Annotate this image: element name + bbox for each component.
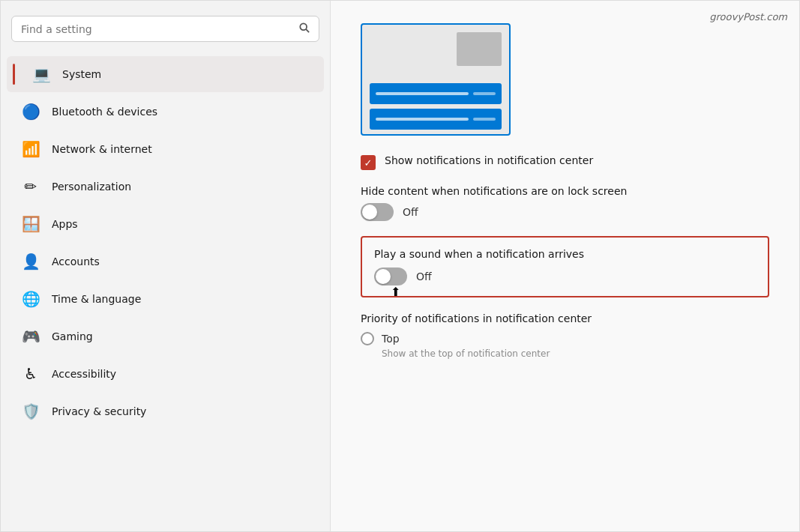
priority-sub-text: Show at the top of notification center	[382, 348, 769, 359]
preview-bar-1	[370, 83, 502, 104]
sound-toggle-label: Off	[416, 270, 432, 282]
sidebar-label-time: Time & language	[52, 293, 141, 305]
sidebar-label-apps: Apps	[52, 218, 78, 230]
sound-toggle-knob	[376, 269, 391, 284]
sidebar-label-privacy: Privacy & security	[52, 405, 146, 417]
sidebar-item-bluetooth[interactable]: 🔵 Bluetooth & devices	[7, 94, 324, 130]
show-notifications-checkbox[interactable]: ✓	[361, 155, 376, 170]
search-box[interactable]	[11, 16, 319, 42]
hide-content-label: Hide content when notifications are on l…	[361, 185, 769, 197]
sidebar: 💻 System 🔵 Bluetooth & devices 📶 Network…	[1, 1, 331, 531]
bluetooth-icon: 🔵	[20, 101, 41, 122]
svg-line-1	[306, 29, 309, 32]
sidebar-item-accounts[interactable]: 👤 Accounts	[7, 244, 324, 279]
privacy-icon: 🛡️	[20, 401, 41, 422]
main-content: groovyPost.com ✓ Show notifications in n…	[331, 1, 799, 531]
sidebar-item-accessibility[interactable]: ♿ Accessibility	[7, 356, 324, 392]
sidebar-item-personalization[interactable]: ✏️ Personalization	[7, 169, 324, 205]
cursor-indicator: ⬆	[391, 285, 400, 299]
sound-toggle-row: ⬆ Off	[374, 267, 756, 285]
search-icon	[299, 22, 310, 35]
notification-preview	[361, 23, 511, 136]
sidebar-item-apps[interactable]: 🪟 Apps	[7, 206, 324, 242]
accounts-icon: 👤	[20, 251, 41, 272]
preview-gray-box	[457, 32, 502, 66]
system-icon: 💻	[31, 64, 52, 85]
priority-section: Priority of notifications in notificatio…	[361, 312, 769, 359]
sound-notification-label: Play a sound when a notification arrives	[374, 248, 756, 260]
accessibility-icon: ♿	[20, 363, 41, 384]
sidebar-item-gaming[interactable]: 🎮 Gaming	[7, 318, 324, 354]
checkmark-icon: ✓	[364, 157, 373, 169]
hide-content-toggle-label: Off	[403, 206, 418, 218]
sidebar-item-privacy[interactable]: 🛡️ Privacy & security	[7, 393, 324, 429]
sidebar-label-accounts: Accounts	[52, 256, 100, 267]
search-input[interactable]	[21, 23, 293, 35]
priority-top-row: Top	[361, 332, 769, 345]
toggle-knob	[362, 205, 377, 220]
show-notifications-row: ✓ Show notifications in notification cen…	[361, 154, 769, 170]
sound-toggle[interactable]: ⬆	[374, 267, 407, 285]
hide-content-toggle-row: Off	[361, 203, 769, 221]
sidebar-item-time[interactable]: 🌐 Time & language	[7, 281, 324, 317]
personalization-icon: ✏️	[20, 176, 41, 197]
show-notifications-label: Show notifications in notification cente…	[385, 154, 593, 169]
gaming-icon: 🎮	[20, 326, 41, 347]
priority-top-label: Top	[382, 333, 400, 345]
apps-icon: 🪟	[20, 214, 41, 235]
sidebar-label-accessibility: Accessibility	[52, 368, 116, 380]
network-icon: 📶	[20, 139, 41, 160]
sidebar-item-system[interactable]: 💻 System	[7, 56, 324, 92]
priority-label: Priority of notifications in notificatio…	[361, 312, 769, 324]
watermark-text: groovyPost.com	[709, 11, 787, 22]
hide-content-row: Hide content when notifications are on l…	[361, 185, 769, 221]
sidebar-label-network: Network & internet	[52, 143, 152, 155]
preview-bar-2	[370, 109, 502, 130]
sidebar-label-personalization: Personalization	[52, 181, 131, 193]
sidebar-label-gaming: Gaming	[52, 330, 93, 342]
svg-point-0	[300, 23, 307, 30]
sidebar-label-bluetooth: Bluetooth & devices	[52, 106, 157, 118]
hide-content-toggle[interactable]	[361, 203, 394, 221]
sidebar-item-network[interactable]: 📶 Network & internet	[7, 131, 324, 167]
sidebar-label-system: System	[62, 68, 101, 80]
priority-top-radio[interactable]	[361, 332, 374, 345]
settings-window: 💻 System 🔵 Bluetooth & devices 📶 Network…	[0, 0, 800, 532]
time-icon: 🌐	[20, 288, 41, 309]
sound-notification-box: Play a sound when a notification arrives…	[361, 236, 769, 297]
